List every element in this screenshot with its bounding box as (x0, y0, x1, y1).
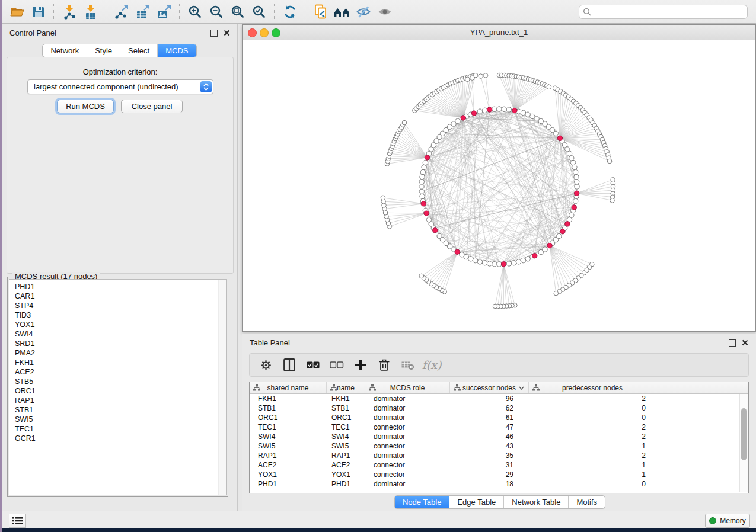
mcds-result-item[interactable]: TID3 (9, 310, 226, 320)
table-cell[interactable]: 43 (450, 441, 529, 451)
node-table[interactable]: shared namenameMCDS rolesuccessor nodesp… (249, 382, 749, 493)
close-panel-button[interactable]: Close panel (121, 100, 183, 113)
table-cell[interactable]: FKH1 (327, 394, 365, 403)
mcds-result-item[interactable]: GCR1 (9, 434, 226, 443)
table-row[interactable]: RAP1RAP1dominator352 (250, 451, 748, 460)
first-neighbors-icon[interactable] (331, 2, 353, 21)
show-panels-list-button[interactable] (9, 514, 26, 528)
mcds-hub-node[interactable] (501, 262, 506, 267)
table-cell[interactable]: ACE2 (327, 460, 365, 470)
table-cell[interactable]: connector (365, 441, 450, 451)
tab-motifs[interactable]: Motifs (568, 496, 605, 508)
table-cell[interactable]: dominator (365, 403, 450, 413)
tab-select[interactable]: Select (120, 44, 157, 57)
table-cell[interactable]: dominator (365, 451, 450, 460)
mcds-result-item[interactable]: SWI4 (9, 329, 226, 339)
network-node[interactable] (419, 189, 424, 194)
network-node[interactable] (506, 261, 511, 266)
network-leaf-node[interactable] (547, 85, 551, 89)
table-mode-gear-icon[interactable] (257, 356, 275, 374)
equation-builder-icon[interactable]: f(x) (423, 356, 441, 374)
network-node[interactable] (460, 252, 464, 257)
column-header-successor-nodes[interactable]: successor nodes (450, 382, 529, 393)
show-columns-icon[interactable] (280, 356, 298, 374)
export-table-icon[interactable] (132, 2, 154, 21)
network-leaf-node[interactable] (610, 198, 615, 203)
import-network-icon[interactable] (59, 2, 80, 21)
mcds-hub-node[interactable] (565, 222, 570, 226)
zoom-in-icon[interactable] (184, 2, 206, 21)
hide-selected-icon[interactable] (353, 2, 374, 21)
table-row[interactable]: FKH1FKH1dominator962 (250, 394, 748, 403)
table-cell[interactable]: TEC1 (250, 422, 327, 432)
network-node[interactable] (538, 249, 543, 254)
delete-table-icon[interactable] (399, 356, 417, 374)
table-cell[interactable]: 47 (450, 422, 529, 432)
table-row[interactable]: STB1STB1dominator620 (250, 403, 748, 413)
table-cell[interactable]: ORC1 (327, 413, 365, 422)
zoom-selected-icon[interactable] (248, 2, 270, 21)
mcds-result-item[interactable]: RAP1 (9, 396, 226, 405)
network-leaf-node[interactable] (465, 77, 470, 82)
table-cell[interactable]: ACE2 (250, 460, 327, 470)
import-table-icon[interactable] (80, 2, 101, 21)
delete-columns-icon[interactable] (375, 356, 393, 374)
list-scrollbar[interactable] (218, 280, 226, 495)
table-cell[interactable]: RAP1 (250, 451, 327, 460)
column-header-name[interactable]: name (327, 382, 365, 393)
table-cell[interactable]: connector (365, 460, 450, 470)
table-cell[interactable]: YOX1 (327, 470, 365, 479)
column-header-shared-name[interactable]: shared name (250, 382, 327, 393)
table-row[interactable]: SWI4SWI4dominator462 (250, 432, 748, 441)
mcds-hub-node[interactable] (421, 201, 426, 206)
table-cell[interactable]: FKH1 (250, 394, 327, 403)
mcds-result-item[interactable]: SWI5 (9, 415, 226, 424)
table-cell[interactable]: 96 (450, 394, 529, 403)
network-node[interactable] (420, 174, 425, 179)
mcds-hub-node[interactable] (433, 228, 438, 233)
network-window-titlebar[interactable]: YPA_prune.txt_1 (243, 25, 755, 40)
tab-style[interactable]: Style (87, 44, 120, 57)
table-cell[interactable]: 0 (529, 403, 656, 413)
mcds-result-item[interactable]: PMA2 (9, 348, 226, 358)
network-node[interactable] (482, 261, 487, 265)
mcds-result-item[interactable]: TEC1 (9, 424, 226, 434)
network-leaf-node[interactable] (470, 76, 475, 81)
mcds-result-item[interactable]: FKH1 (9, 358, 226, 367)
table-scrollbar-thumb[interactable] (741, 408, 747, 460)
table-cell[interactable]: dominator (365, 479, 450, 489)
mcds-result-item[interactable]: ORC1 (9, 386, 226, 396)
mcds-hub-node[interactable] (425, 155, 429, 160)
optimization-criterion-select[interactable]: largest connected component (undirected) (27, 79, 213, 94)
column-header-mcds-role[interactable]: MCDS role (365, 382, 450, 393)
network-node[interactable] (575, 184, 579, 189)
tab-network[interactable]: Network (43, 44, 87, 57)
table-cell[interactable]: SWI4 (327, 432, 365, 441)
mcds-hub-node[interactable] (560, 229, 565, 234)
network-leaf-node[interactable] (607, 159, 612, 164)
network-leaf-node[interactable] (402, 120, 407, 125)
table-cell[interactable]: 2 (529, 451, 656, 460)
mcds-hub-node[interactable] (424, 211, 429, 216)
mcds-result-item[interactable]: STP4 (9, 301, 226, 310)
mcds-result-item[interactable]: ACE2 (9, 367, 226, 377)
search-input[interactable] (579, 5, 748, 19)
table-cell[interactable]: 35 (450, 451, 529, 460)
table-cell[interactable]: 46 (450, 432, 529, 441)
table-cell[interactable]: 2 (529, 394, 656, 403)
mcds-result-item[interactable]: STB5 (9, 377, 226, 386)
run-mcds-button[interactable]: Run MCDS (57, 100, 114, 113)
network-node[interactable] (477, 109, 482, 114)
network-node[interactable] (502, 107, 506, 111)
network-node[interactable] (426, 217, 431, 222)
apply-layout-icon[interactable] (279, 2, 301, 21)
network-node[interactable] (525, 257, 530, 261)
network-node[interactable] (437, 233, 442, 238)
create-column-icon[interactable] (352, 356, 369, 374)
network-node[interactable] (482, 108, 487, 113)
mcds-hub-node[interactable] (455, 249, 460, 254)
mcds-result-item[interactable]: YOX1 (9, 320, 226, 329)
select-all-rows-icon[interactable] (304, 356, 322, 374)
close-panel-icon[interactable] (224, 30, 230, 36)
table-scrollbar[interactable] (739, 394, 748, 492)
